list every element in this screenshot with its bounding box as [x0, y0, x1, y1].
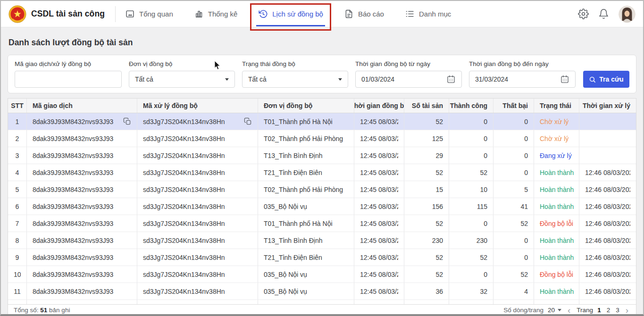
cell-process: sd3Jg7JS204Kn134nv38Hn [137, 113, 258, 130]
table-row[interactable]: 88dak39J93M8432nvs93J93sd3Jg7JS204Kn134n… [8, 232, 636, 249]
cell-unit: T21_Tỉnh Điện Biên [258, 164, 354, 181]
cell-text: 0 [484, 118, 487, 125]
cell-failed: 0 [493, 130, 534, 147]
cell-process_time: 12:46 08/03/2024 [579, 249, 636, 266]
next-page-button[interactable]: › [624, 306, 630, 315]
status-select[interactable]: Tất cả [242, 71, 348, 88]
cell-text: 52 [435, 271, 443, 278]
tab-danh-muc[interactable]: Danh mục [404, 1, 452, 27]
cell-empty [137, 300, 258, 304]
filter-label-status: Trạng thái đồng bộ [242, 60, 348, 67]
rows-per-page-select[interactable]: 20 [548, 307, 561, 314]
table-row[interactable]: 68dak39J93M8432nvs93J93sd3Jg7JS204Kn134n… [8, 198, 636, 215]
cell-process_time: 12:46 08/03/2024 [579, 266, 636, 283]
page-number-1[interactable]: 1 [597, 307, 601, 314]
active-tab-underline [256, 25, 325, 26]
table-row[interactable]: 78dak39J93M8432nvs93J93sd3Jg7JS204Kn134n… [8, 215, 636, 232]
cell-sync_time: 12:45 08/03/2024 [354, 283, 404, 299]
table-row[interactable]: 118dak39J93M8432nvs93J93sd3Jg7JS204Kn134… [8, 283, 636, 300]
status-badge: Hoàn thành [540, 169, 574, 176]
filter-date-from: Thời gian đồng bộ từ ngày 01/03/2024 [355, 60, 462, 88]
status-badge: Đồng bộ lỗi [540, 271, 573, 278]
notifications-bell-icon[interactable] [598, 8, 609, 19]
cell-sync_time: 12:45 08/03/2024 [354, 232, 404, 249]
cell-text: 32 [480, 288, 487, 295]
cell-text: 0 [524, 169, 528, 176]
filter-label-transaction-code: Mã giao dịch/xử lý đồng bộ [15, 60, 122, 67]
cell-sync_time: 12:45 08/03/2024 [354, 147, 404, 164]
cell-empty [579, 300, 636, 304]
column-header-process: Mã xử lý đồng bộ [137, 99, 258, 113]
cell-status: Đồng bộ lỗi [534, 266, 579, 283]
cell-text: 8dak39J93M8432nvs93J93 [33, 288, 113, 295]
cell-text: 10 [480, 186, 487, 193]
tab-thong-ke[interactable]: Thống kê [193, 1, 239, 27]
table-row[interactable]: 28dak39J93M8432nvs93J93sd3Jg7JS204Kn134n… [8, 130, 636, 147]
prev-page-button[interactable]: ‹ [566, 306, 572, 315]
cell-sync_time: 12:45 08/03/2024 [354, 181, 404, 198]
page-number-3[interactable]: 3 [616, 307, 619, 314]
cell-unit: T01_Thành phố Hà Nội [258, 113, 354, 130]
nav-tabs: Tổng quanThống kêLịch sử đồng bộBáo cáoD… [124, 1, 452, 27]
column-header-stt: STT [8, 99, 27, 113]
search-button[interactable]: Tra cứu [583, 71, 629, 88]
cell-transaction: 8dak39J93M8432nvs93J93 [27, 164, 137, 181]
cell-success: 0 [449, 130, 493, 147]
vietnam-emblem-logo-icon [8, 5, 26, 23]
cell-empty [27, 300, 137, 304]
cell-text: sd3Jg7JS204Kn134nv38Hn [143, 203, 225, 210]
tab-bao-cao[interactable]: Báo cáo [343, 1, 385, 27]
cell-status: Đang xử lý [534, 147, 579, 164]
table-row[interactable]: 18dak39J93M8432nvs93J93sd3Jg7JS204Kn134n… [8, 113, 636, 130]
cell-text: 4 [524, 288, 528, 295]
cell-text: 11 [14, 288, 21, 295]
tab-lich-su-dong-bo[interactable]: Lịch sử đồng bộ [257, 1, 324, 27]
table-body: 18dak39J93M8432nvs93J93sd3Jg7JS204Kn134n… [8, 113, 636, 304]
cell-text: 6 [16, 203, 19, 210]
cell-failed: 5 [493, 181, 534, 198]
cell-text: 12:46 08/03/2024 [585, 169, 630, 176]
transaction-code-input[interactable] [15, 71, 122, 88]
cell-empty [354, 300, 404, 304]
cell-text: 0 [524, 254, 528, 261]
cell-success: 115 [449, 198, 493, 215]
cell-text: 0 [484, 271, 487, 278]
date-to-input[interactable]: 31/03/2024 [469, 71, 576, 88]
date-from-input[interactable]: 01/03/2024 [355, 71, 462, 88]
copy-icon[interactable] [244, 117, 252, 125]
copy-icon[interactable] [123, 117, 131, 125]
tab-tong-quan[interactable]: Tổng quan [124, 1, 174, 27]
unit-select[interactable]: Tất cả [129, 71, 235, 88]
cell-process: sd3Jg7JS204Kn134nv38Hn [137, 283, 258, 299]
tab-label: Thống kê [208, 10, 238, 18]
cell-stt: 10 [8, 266, 27, 283]
cell-text: sd3Jg7JS204Kn134nv38Hn [143, 288, 225, 295]
date-to-value: 31/03/2024 [475, 75, 508, 83]
cell-stt: 11 [8, 283, 27, 299]
status-badge: Hoàn thành [540, 203, 574, 210]
settings-gear-icon[interactable] [578, 8, 589, 19]
filter-label-date-from: Thời gian đồng bộ từ ngày [355, 60, 462, 67]
cell-success: 52 [449, 249, 493, 266]
cell-text: 7 [16, 220, 19, 227]
table-row[interactable]: 98dak39J93M8432nvs93J93sd3Jg7JS204Kn134n… [8, 249, 636, 266]
cell-process: sd3Jg7JS204Kn134nv38Hn [137, 147, 258, 164]
table-row[interactable]: 38dak39J93M8432nvs93J93sd3Jg7JS204Kn134n… [8, 147, 636, 164]
cell-assets: 52 [404, 164, 449, 181]
page-number-2[interactable]: 2 [607, 307, 611, 314]
overview-icon [125, 9, 135, 19]
table-row[interactable]: 108dak39J93M8432nvs93J93sd3Jg7JS204Kn134… [8, 266, 636, 283]
table-row[interactable]: 48dak39J93M8432nvs93J93sd3Jg7JS204Kn134n… [8, 164, 636, 181]
cell-text: 41 [520, 203, 528, 210]
search-icon [589, 76, 596, 83]
cell-sync_time: 12:45 08/03/2024 [354, 266, 404, 283]
table-row[interactable]: 58dak39J93M8432nvs93J93sd3Jg7JS204Kn134n… [8, 181, 636, 198]
user-avatar[interactable] [619, 6, 636, 23]
calendar-icon[interactable] [446, 75, 456, 84]
calendar-icon[interactable] [560, 75, 569, 84]
cell-text: sd3Jg7JS204Kn134nv38Hn [143, 237, 225, 244]
cell-status: Hoàn thành [534, 232, 579, 249]
cell-success: 230 [449, 232, 493, 249]
filter-unit: Đơn vị đồng bộ Tất cả [129, 60, 235, 88]
cell-text: T13_Tỉnh Bình Định [264, 237, 323, 244]
